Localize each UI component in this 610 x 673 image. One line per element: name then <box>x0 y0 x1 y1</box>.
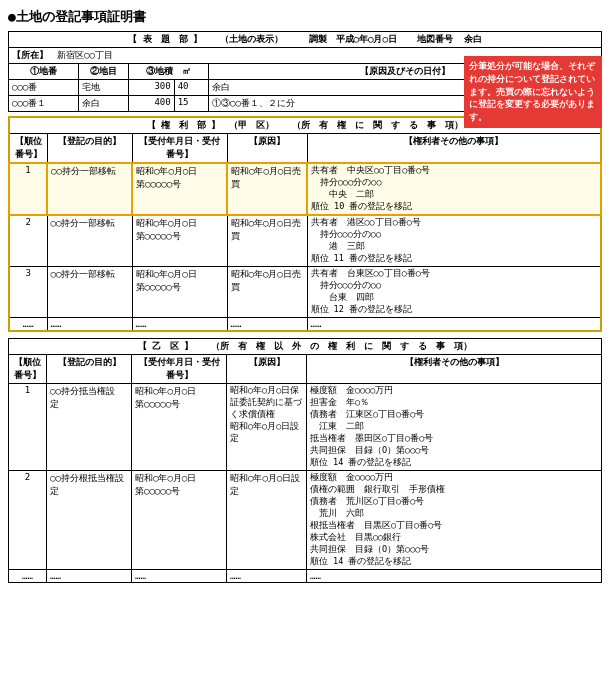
kou-ku-table: 【 権 利 部 】 （甲 区） （所 有 権 に 関 す る 事 項） 【順位番… <box>8 116 602 332</box>
page-title: ●土地の登記事項証明書 <box>8 8 602 26</box>
otsu-ku-table: 【 乙 区 】 （所 有 権 以 外 の 権 利 に 関 す る 事 項） 【順… <box>8 338 602 583</box>
annotation-box: 分筆処分が可能な場合、それぞれの持分について登記されています。売買の際に忘れない… <box>464 56 602 128</box>
